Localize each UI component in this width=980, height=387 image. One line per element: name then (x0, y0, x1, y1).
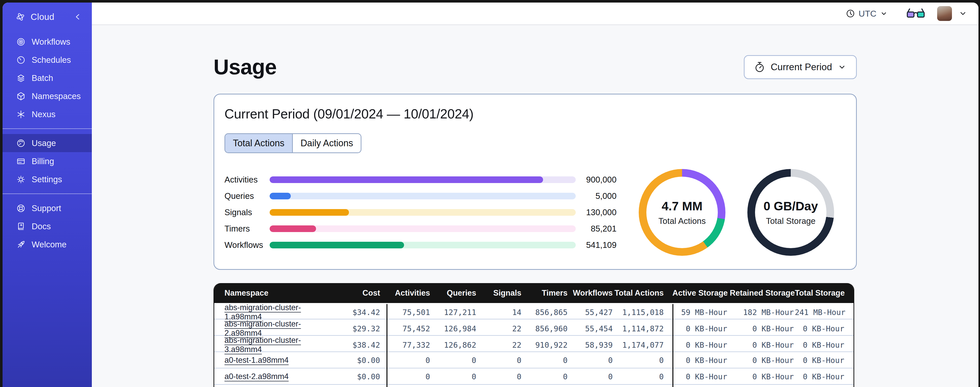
table-cell: 75,501 (387, 304, 430, 320)
table-cell: 0 (613, 372, 672, 381)
table-row: bk-worker-test.a98mm4$0.000000110 KB-Hou… (214, 385, 853, 387)
sidebar-item-support[interactable]: Support (3, 199, 92, 217)
table-cell: 0 (387, 368, 430, 385)
bar-label: Activities (224, 175, 270, 185)
bar-value: 85,201 (576, 224, 617, 233)
namespace-link[interactable]: abs-migration-cluster-2.a98mm4 (224, 319, 301, 337)
table-row: a0-test-2.a98mm4$0.000000000 KB-Hour0 KB… (214, 368, 853, 385)
sidebar-item-usage[interactable]: Usage (3, 134, 92, 152)
donut-center: 4.7 MMTotal Actions (639, 169, 725, 256)
namespace-link[interactable]: abs-migration-cluster-3.a98mm4 (224, 336, 301, 354)
donut-value: 4.7 MM (662, 199, 703, 213)
sidebar-item-nexus[interactable]: Nexus (3, 105, 92, 123)
table-cell: 14 (476, 308, 521, 317)
actions-bar-chart: Activities900,000Queries5,000Signals130,… (224, 176, 617, 248)
bar-fill (270, 209, 349, 216)
bar-value: 5,000 (576, 191, 617, 201)
bar-rail (270, 209, 576, 216)
bar-row-workflows: Workflows541,109 (224, 242, 617, 248)
stopwatch-icon (754, 61, 765, 73)
bar-label: Timers (224, 224, 270, 233)
table-cell: 0 KB-Hour (730, 341, 795, 349)
column-header-namespace: Namespace (214, 288, 326, 297)
bar-rail (270, 193, 576, 199)
account-menu-chevron-icon[interactable] (959, 9, 967, 18)
table-cell: 1,174,077 (613, 341, 672, 349)
table-cell: 22 (476, 341, 521, 349)
tab-total-actions[interactable]: Total Actions (225, 134, 292, 152)
bar-rail (270, 225, 576, 232)
table-cell: $29.32 (326, 324, 387, 333)
billing-icon (16, 157, 25, 166)
sidebar-item-settings[interactable]: Settings (3, 170, 92, 189)
column-header-total-storage: Total Storage (795, 288, 854, 297)
actions-tab-group: Total ActionsDaily Actions (224, 133, 361, 153)
sidebar-item-billing[interactable]: Billing (3, 152, 92, 170)
sidebar-divider (3, 194, 92, 194)
cloud-orbit-icon (16, 12, 25, 21)
column-header-signals: Signals (476, 288, 521, 297)
sidebar-item-namespaces[interactable]: Namespaces (3, 87, 92, 105)
table-cell: 0 KB-Hour (672, 368, 730, 385)
donut-value: 0 GB/Day (764, 199, 818, 213)
sidebar-item-schedules[interactable]: Schedules (3, 51, 92, 69)
table-cell: 0 KB-Hour (672, 352, 730, 368)
column-header-workflows: Workflows (568, 288, 613, 297)
donut-center: 0 GB/DayTotal Storage (748, 169, 834, 256)
settings-icon (16, 175, 25, 184)
table-cell: 75,452 (387, 320, 430, 337)
schedules-icon (16, 55, 25, 65)
cloud-logo[interactable]: Cloud (16, 12, 54, 22)
user-avatar[interactable] (937, 6, 952, 21)
table-row: abs-migration-cluster-1.a98mm4$34.4275,5… (214, 303, 853, 319)
sidebar-item-label: Workflows (32, 37, 70, 47)
sidebar-divider (3, 128, 92, 129)
sidebar-item-welcome[interactable]: Welcome (3, 235, 92, 253)
donut-label: Total Actions (659, 216, 706, 226)
table-cell: 55,454 (568, 324, 613, 333)
column-header-activities: Activities (387, 288, 430, 297)
sidebar-item-label: Billing (32, 157, 54, 166)
table-cell: 182 MB-Hour (730, 308, 795, 317)
tab-daily-actions[interactable]: Daily Actions (292, 134, 361, 152)
table-cell: 59 MB-Hour (672, 304, 730, 320)
sidebar-app-label: Cloud (30, 12, 54, 22)
period-button-label: Current Period (771, 62, 832, 72)
namespace-link[interactable]: a0-test-1.a98mm4 (224, 356, 289, 365)
column-header-retained-storage: Retained Storage (730, 288, 795, 297)
table-cell: 0 KB-Hour (795, 341, 854, 349)
column-header-total-actions: Total Actions (613, 288, 672, 297)
namespace-usage-table: NamespaceCostActivitiesQueriesSignalsTim… (213, 283, 854, 387)
table-cell: 0 KB-Hour (795, 356, 854, 365)
sidebar-item-docs[interactable]: Docs (3, 217, 92, 235)
sidebar-item-batch[interactable]: Batch (3, 69, 92, 87)
period-dropdown-button[interactable]: Current Period (744, 55, 857, 79)
sidebar-item-label: Usage (32, 138, 56, 148)
timezone-selector[interactable]: UTC (846, 9, 888, 19)
namespace-link[interactable]: a0-test-2.a98mm4 (224, 372, 289, 381)
chevron-down-icon (838, 63, 846, 72)
chevron-down-icon (880, 10, 888, 18)
namespace-cell: abs-migration-cluster-1.a98mm4 (214, 303, 326, 321)
bar-label: Workflows (224, 240, 270, 250)
table-cell: 126,984 (430, 324, 476, 333)
table-header-row: NamespaceCostActivitiesQueriesSignalsTim… (214, 283, 853, 303)
bar-fill (270, 242, 404, 248)
table-cell: 0 (387, 352, 430, 368)
table-cell: 0 (430, 372, 476, 381)
bar-row-queries: Queries5,000 (224, 193, 617, 199)
table-cell: 0 (430, 356, 476, 365)
table-cell: 127,211 (430, 308, 476, 317)
usage-charts: Activities900,000Queries5,000Signals130,… (224, 169, 846, 256)
sidebar-collapse-button[interactable] (74, 13, 82, 21)
sidebar-item-workflows[interactable]: Workflows (3, 33, 92, 51)
namespace-cell: a0-test-1.a98mm4 (214, 356, 326, 365)
namespace-link[interactable]: abs-migration-cluster-1.a98mm4 (224, 303, 301, 321)
sidebar-header: Cloud (3, 3, 92, 31)
donut-total-actions: 4.7 MMTotal Actions (639, 169, 725, 256)
table-cell: 241 MB-Hour (795, 308, 854, 317)
table-cell: 0 KB-Hour (672, 337, 730, 353)
demo-glasses-icon[interactable] (906, 7, 926, 20)
table-cell: 0 (476, 372, 521, 381)
sidebar-item-label: Nexus (32, 110, 56, 119)
